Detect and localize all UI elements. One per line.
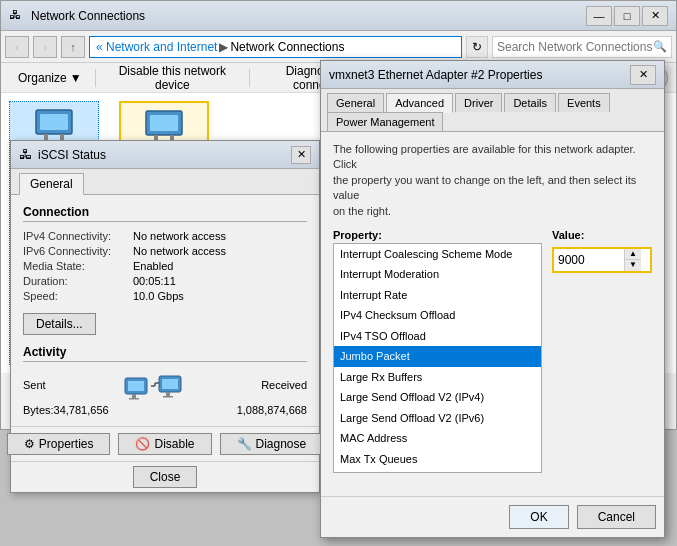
prop-large-rx[interactable]: Large Rx Buffers	[334, 367, 541, 388]
tab-advanced[interactable]: Advanced	[386, 93, 453, 113]
iscsi-dialog-title-text: iSCSI Status	[38, 148, 291, 162]
ok-button[interactable]: OK	[509, 505, 568, 529]
spin-up-button[interactable]: ▲	[625, 249, 641, 260]
prop-max-rss-processor[interactable]: Maximum number of RSS Processor	[334, 469, 541, 473]
props-column-headers: Property: Value:	[333, 229, 652, 241]
disable-label: Disable	[154, 437, 194, 451]
tab-general[interactable]: General	[327, 93, 384, 112]
tab-driver[interactable]: Driver	[455, 93, 502, 112]
cancel-button[interactable]: Cancel	[577, 505, 656, 529]
details-button[interactable]: Details...	[23, 313, 96, 335]
iscsi-status-dialog: 🖧 iSCSI Status ✕ General Connection IPv4…	[10, 140, 320, 493]
iscsi-dialog-content: Connection IPv4 Connectivity: No network…	[11, 195, 319, 426]
iscsi-icon	[140, 107, 188, 143]
prop-interrupt-moderation[interactable]: Interrupt Moderation	[334, 264, 541, 285]
props-dialog-title: vmxnet3 Ethernet Adapter #2 Properties ✕	[321, 61, 664, 89]
close-button[interactable]: Close	[133, 466, 198, 488]
tab-power-management[interactable]: Power Management	[327, 112, 443, 131]
minimize-button[interactable]: —	[586, 6, 612, 26]
speed-label: Speed:	[23, 290, 133, 302]
prop-large-send-v2-ipv6[interactable]: Large Send Offload V2 (IPv6)	[334, 408, 541, 429]
value-input-wrap: ▲ ▼	[552, 247, 652, 273]
iscsi-dialog-tabs: General	[11, 169, 319, 195]
prop-mac-address[interactable]: MAC Address	[334, 428, 541, 449]
ipv4-label: IPv4 Connectivity:	[23, 230, 133, 242]
value-input[interactable]	[554, 251, 624, 269]
up-button[interactable]: ↑	[61, 36, 85, 58]
window-title: Network Connections	[31, 9, 586, 23]
iscsi-dialog-footer: ⚙ Properties 🚫 Disable 🔧 Diagnose	[11, 426, 319, 461]
props-tabs: General Advanced Driver Details Events P…	[321, 89, 664, 132]
duration-row: Duration: 00:05:11	[23, 275, 307, 287]
svg-rect-12	[132, 394, 136, 398]
svg-rect-1	[40, 114, 68, 130]
forward-button[interactable]: ›	[33, 36, 57, 58]
disable-network-button[interactable]: Disable this network device	[99, 67, 245, 89]
props-columns: Interrupt Coalescing Scheme Mode Interru…	[333, 243, 652, 473]
spin-down-button[interactable]: ▼	[625, 260, 641, 271]
speed-row: Speed: 10.0 Gbps	[23, 290, 307, 302]
sent-label: Sent	[23, 379, 46, 391]
activity-section-header: Activity	[23, 345, 307, 362]
iscsi-dialog-icon: 🖧	[19, 147, 32, 162]
prop-ipv4-checksum[interactable]: IPv4 Checksum Offload	[334, 305, 541, 326]
ethernet-icon	[30, 106, 78, 142]
iscsi-tab-general[interactable]: General	[19, 173, 84, 195]
activity-section: Activity Sent Received	[23, 345, 307, 416]
search-box[interactable]: 🔍	[492, 36, 672, 58]
props-content: The following properties are available f…	[321, 132, 664, 512]
close-label: Close	[150, 470, 181, 484]
breadcrumb-network-connections: Network Connections	[230, 40, 344, 54]
disable-icon: 🚫	[135, 437, 150, 451]
address-path[interactable]: « Network and Internet ▶ Network Connect…	[89, 36, 462, 58]
property-list[interactable]: Interrupt Coalescing Scheme Mode Interru…	[333, 243, 542, 473]
value-spinner: ▲ ▼	[624, 249, 641, 271]
svg-rect-13	[129, 398, 139, 400]
media-state-row: Media State: Enabled	[23, 260, 307, 272]
received-bytes-value: 1,088,874,668	[237, 404, 307, 416]
props-close-button[interactable]: ✕	[630, 65, 656, 85]
properties-button[interactable]: ⚙ Properties	[7, 433, 111, 455]
prop-ipv4-tso[interactable]: IPv4 TSO Offload	[334, 326, 541, 347]
svg-rect-11	[128, 381, 144, 391]
toolbar-separator-1	[95, 69, 96, 87]
iscsi-dialog-title: 🖧 iSCSI Status ✕	[11, 141, 319, 169]
bytes-label: Bytes:	[23, 404, 54, 416]
toolbar-separator-2	[249, 69, 250, 87]
search-input[interactable]	[497, 40, 653, 54]
diagnose-label: Diagnose	[256, 437, 307, 451]
svg-rect-19	[166, 392, 170, 396]
media-state-label: Media State:	[23, 260, 133, 272]
tab-events[interactable]: Events	[558, 93, 610, 112]
prop-max-tx-queues[interactable]: Max Tx Queues	[334, 449, 541, 470]
value-panel: ▲ ▼	[552, 243, 652, 473]
close-button[interactable]: ✕	[642, 6, 668, 26]
window-controls: — □ ✕	[586, 6, 668, 26]
prop-large-send-v2-ipv4[interactable]: Large Send Offload V2 (IPv4)	[334, 387, 541, 408]
prop-jumbo-packet[interactable]: Jumbo Packet	[334, 346, 541, 367]
close-row: Close	[11, 461, 319, 492]
prop-interrupt-rate[interactable]: Interrupt Rate	[334, 285, 541, 306]
ipv6-row: IPv6 Connectivity: No network access	[23, 245, 307, 257]
svg-rect-20	[163, 396, 173, 398]
search-icon: 🔍	[653, 40, 667, 53]
properties-dialog: vmxnet3 Ethernet Adapter #2 Properties ✕…	[320, 60, 665, 538]
prop-interrupt-coalescing[interactable]: Interrupt Coalescing Scheme Mode	[334, 244, 541, 265]
props-description: The following properties are available f…	[333, 142, 652, 219]
window-icon: 🖧	[9, 8, 25, 24]
iscsi-dialog-close-button[interactable]: ✕	[291, 146, 311, 164]
speed-value: 10.0 Gbps	[133, 290, 307, 302]
breadcrumb-network-internet[interactable]: « Network and Internet	[96, 40, 217, 54]
back-button[interactable]: ‹	[5, 36, 29, 58]
disable-button[interactable]: 🚫 Disable	[118, 433, 211, 455]
tab-details[interactable]: Details	[504, 93, 556, 112]
media-state-value: Enabled	[133, 260, 307, 272]
maximize-button[interactable]: □	[614, 6, 640, 26]
diagnose-button[interactable]: 🔧 Diagnose	[220, 433, 324, 455]
properties-label: Properties	[39, 437, 94, 451]
ipv4-value: No network access	[133, 230, 307, 242]
connection-section-header: Connection	[23, 205, 307, 222]
organize-button[interactable]: Organize ▼	[9, 67, 91, 89]
refresh-button[interactable]: ↻	[466, 36, 488, 58]
breadcrumb-separator: ▶	[219, 40, 228, 54]
